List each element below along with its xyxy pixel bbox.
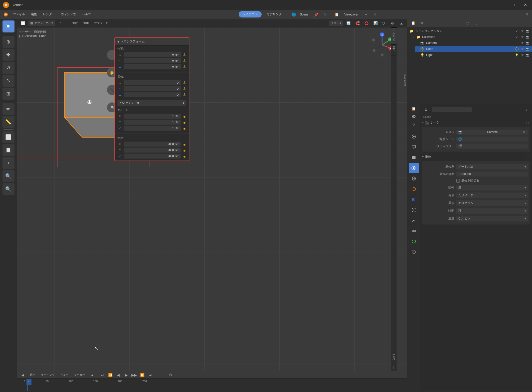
mass-unit-value[interactable]: キログラム ▾ [456,200,528,206]
menu-window[interactable]: ウィンドウ [58,11,78,17]
collection-camera-icon[interactable]: 📷 [526,35,530,39]
measure-tool[interactable]: 📏 [2,116,14,128]
scale-tool[interactable]: ⤡ [2,75,14,87]
pivot-icon[interactable]: 🔄 [345,19,352,27]
add-cube-tool[interactable]: ⬜ [2,131,14,143]
outliner-search[interactable] [427,21,462,25]
rotation-unit-value[interactable]: 度 ▾ [456,185,528,191]
next-frame-btn[interactable]: ▶▶ [130,371,138,379]
rot-x-field[interactable] [124,80,181,85]
separate-units-check-container[interactable]: 単位を区切る [456,179,528,183]
output-props-tab[interactable] [409,142,419,152]
object-props-tab[interactable] [409,184,419,194]
unit-system-value[interactable]: メートル法 ▾ [456,164,528,170]
playback-menu[interactable]: 再生 [28,372,37,378]
cursor-tool[interactable]: ⊕ [2,36,14,48]
active-clip-value[interactable]: 🎬 [456,144,528,149]
pos-x-field[interactable] [124,52,181,57]
pos-z-lock[interactable]: 🔓 [182,65,186,69]
transform-tool[interactable]: ⊞ [2,88,14,100]
outliner-options-icon[interactable]: ⋮ [473,19,480,27]
scale-y-lock[interactable]: 🔓 [182,120,186,124]
jump-to-end-btn[interactable]: ⏭ [146,371,154,379]
outliner-camera[interactable]: ▾ 📷 Camera 👁 📷 [415,40,532,46]
viewport[interactable]: Z Y X [17,27,407,371]
camera-remove-btn[interactable]: ✕ [522,130,526,134]
close-scene-icon[interactable]: ✕ [321,11,329,18]
outliner-cube[interactable]: ▾ Cube 👁 📷 [415,46,532,52]
props-display-icon[interactable]: 🖼 [410,113,418,120]
scene-eye-icon[interactable]: 👁 [520,29,525,33]
add-tool-3[interactable]: + [2,157,14,169]
rot-x-lock[interactable]: 🔓 [182,81,186,85]
snap-icon[interactable]: 🧲 [354,19,361,27]
data-props-tab[interactable] [409,236,419,246]
outliner-display-icon[interactable]: 👁 [418,19,426,27]
add-tool-2[interactable]: 🔲 [2,144,14,156]
unit-scale-value[interactable]: 1.000000 [456,172,528,177]
dim-x-lock[interactable]: 🔓 [182,142,186,146]
rot-z-field[interactable] [124,92,181,97]
transform-options-icon[interactable]: ⋮⋮ [180,40,186,43]
menu-help[interactable]: ヘルプ [79,11,93,17]
modifier-props-tab[interactable] [409,195,419,204]
global-local-selector[interactable]: グロ... ▾ [329,20,343,26]
camera-visibility-icon[interactable]: 👁 [520,41,525,45]
keying-menu[interactable]: キーイング [39,372,57,378]
keyframe-marker-dot[interactable]: ● [88,371,96,379]
camera-prop-value[interactable]: 📷 Camera ✕ [456,130,528,135]
pos-x-lock[interactable]: 🔓 [182,53,186,57]
outliner-scene-collection[interactable]: 📁 シーンコレクション ✓ 👁 📷 [407,28,532,34]
sidebar-tab-view[interactable]: ビュー [391,55,397,364]
rot-y-field[interactable] [124,86,181,91]
scene-selector[interactable]: Scene [297,12,311,17]
add-menu[interactable]: 追加 [81,20,91,26]
next-keyframe-btn[interactable]: ⏩ [138,371,146,379]
props-editor-icon[interactable]: 📋 [410,105,418,112]
outliner-collection[interactable]: ▾ 📁 Collection ✓ 👁 📷 [411,34,532,40]
outliner-filter-icon[interactable]: ▽ [464,19,471,27]
object-mode-selector[interactable]: オブジェク... ▾ [28,20,55,26]
scale-x-lock[interactable]: 🔓 [182,114,186,118]
props-header-icon-btn[interactable]: ⚙ [422,106,430,113]
prev-keyframe-btn[interactable]: ⏪ [106,371,114,379]
pin-icon[interactable]: 📌 [312,11,320,18]
length-unit-value[interactable]: ミリメーター ▾ [456,193,528,198]
remove-viewlayer-icon[interactable]: ✕ [371,11,379,18]
physics-props-tab[interactable] [409,215,419,225]
blenderkit-tab[interactable]: BlenderKit [403,72,407,88]
euler-dropdown[interactable]: XYZ オイラー角 ▾ [117,100,186,106]
pos-y-field[interactable] [124,58,181,63]
props-filter-icon[interactable]: ▽ [410,121,418,128]
particles-props-tab[interactable] [409,205,419,215]
menu-render[interactable]: レンダー [40,11,57,17]
cube-camera-icon[interactable]: 📷 [526,47,530,51]
play-btn[interactable]: ▶ [122,371,130,379]
scale-x-field[interactable] [124,114,181,119]
unit-section-header[interactable]: ▾ 単位 ⋮⋮ [422,154,530,160]
menu-file[interactable]: ファイル [10,11,27,17]
separate-units-checkbox[interactable] [456,179,460,183]
menu-edit[interactable]: 編集 [28,11,39,17]
pos-y-lock[interactable]: 🔓 [182,59,186,63]
collection-expand-icon[interactable]: ▾ [413,36,415,38]
camera-render-icon[interactable]: 📷 [526,41,530,45]
marker-menu[interactable]: マーカー [72,372,87,378]
rot-y-lock[interactable]: 🔓 [182,87,186,91]
material-props-tab[interactable] [409,247,419,257]
viewport-shading-icon[interactable]: ⬡ [380,19,387,27]
props-collapse-all[interactable]: ↕ [523,106,530,113]
select-tool[interactable] [2,20,14,32]
minimize-button[interactable]: ─ [503,1,510,9]
proportional-edit-icon[interactable]: ⭕ [363,19,370,27]
dim-x-field[interactable] [124,142,181,147]
dim-y-field[interactable] [124,148,181,153]
scale-z-lock[interactable]: 🔓 [182,126,186,130]
scale-z-field[interactable] [124,126,181,131]
jump-to-start-btn[interactable]: ⏮ [98,371,106,379]
editor-type-icon[interactable]: 📊 [19,19,26,27]
dim-z-field[interactable] [124,154,181,159]
tab-modeling[interactable]: モデリング [263,11,286,17]
dim-z-lock[interactable]: 🔓 [182,154,186,158]
add-viewlayer-icon[interactable]: + [362,11,370,18]
